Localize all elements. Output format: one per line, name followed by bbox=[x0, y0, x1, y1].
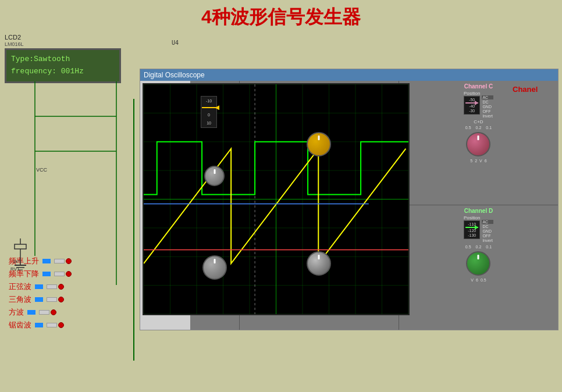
btn-label-5: 锯齿波 bbox=[9, 320, 31, 330]
chc-position: Position -50 -40 -30 bbox=[464, 91, 480, 115]
lcd-label1: LCD2 bbox=[5, 34, 121, 41]
chd-pos-label: Position bbox=[464, 215, 480, 220]
horizontal-knob[interactable] bbox=[202, 255, 227, 280]
lcd-line1: Type:Sawtooth bbox=[11, 54, 115, 66]
chc-pos-label: Position bbox=[464, 91, 480, 96]
btn-row-4[interactable]: 方波 bbox=[9, 307, 72, 318]
chc-range-bot: 52V6 bbox=[470, 159, 486, 163]
chd-ac[interactable]: AC bbox=[482, 220, 493, 224]
btn-red-5[interactable] bbox=[58, 322, 64, 328]
channel-c-controls: Position -50 -40 -30 AC bbox=[464, 91, 493, 118]
ic-u4-label: U4 bbox=[172, 40, 179, 46]
chc-inv[interactable]: Invert bbox=[482, 114, 493, 118]
btn-indicator-2 bbox=[35, 284, 43, 289]
channel-d-label: Channel D bbox=[464, 208, 493, 214]
circuit-svg: VCC 1k* RV1 bbox=[0, 81, 140, 384]
btn-red-2[interactable] bbox=[58, 284, 64, 290]
btn-indicator-5 bbox=[35, 323, 43, 327]
chd-range-bot: V60.5 bbox=[471, 278, 486, 282]
osc-canvas bbox=[143, 83, 410, 315]
chd-range-top: 0.50.20.1 bbox=[465, 245, 492, 249]
svg-rect-6 bbox=[15, 244, 26, 249]
btn-red-0[interactable] bbox=[66, 258, 72, 264]
btn-indicator-0 bbox=[42, 259, 51, 263]
chd-gnd[interactable]: GND bbox=[482, 229, 493, 233]
chc-off[interactable]: OFF bbox=[482, 109, 493, 113]
btn-comp-2 bbox=[47, 284, 64, 290]
btn-comp-0 bbox=[54, 258, 72, 264]
btn-indicator-4 bbox=[27, 310, 35, 315]
chd-coupling: AC DC GND OFF Invert bbox=[482, 215, 493, 243]
channel-c-section: Channel C Position -50 -40 -30 bbox=[399, 81, 558, 205]
btn-row-3[interactable]: 三角波 bbox=[9, 294, 72, 305]
btn-red-1[interactable] bbox=[66, 271, 72, 277]
chc-gnd[interactable]: GND bbox=[482, 105, 493, 109]
osc-title: Digital Oscilloscope bbox=[144, 71, 205, 79]
channel-d-section: Channel D Position -110 -120 -130 bbox=[399, 205, 558, 330]
chd-pos-display: -110 -120 -130 bbox=[464, 220, 480, 239]
chc-ac[interactable]: AC bbox=[482, 95, 493, 99]
btn-label-4: 方波 bbox=[9, 307, 24, 318]
btn-comp-4 bbox=[39, 309, 56, 315]
lcd-panel: LCD2 LM016L Type:Sawtooth frequency: 001… bbox=[5, 34, 121, 83]
btn-row-1[interactable]: 频率下降 bbox=[9, 269, 72, 279]
btn-comp-1 bbox=[54, 271, 72, 277]
btn-row-0[interactable]: 频率上升 bbox=[9, 256, 72, 266]
btn-row-5[interactable]: 锯齿波 bbox=[9, 320, 72, 330]
btn-indicator-3 bbox=[35, 297, 43, 302]
chc-cd-label: C+D bbox=[474, 119, 483, 124]
osc-screen-container: ◄ ► bbox=[143, 83, 188, 327]
osc-body: ◄ ► Trigger Level -10 bbox=[140, 81, 558, 330]
chc-pos-display: -50 -40 -30 bbox=[464, 96, 480, 115]
btn-red-4[interactable] bbox=[51, 309, 56, 315]
oscilloscope-panel: Digital Oscilloscope ◄ ► Trigger bbox=[140, 69, 559, 330]
channel-c-knob[interactable] bbox=[466, 132, 490, 156]
chd-inv[interactable]: Invert bbox=[482, 238, 493, 243]
chc-range-top: 0.50.20.1 bbox=[465, 126, 492, 130]
channel-d-knob[interactable] bbox=[466, 251, 490, 276]
btn-label-0: 频率上升 bbox=[9, 256, 39, 266]
svg-text:VCC: VCC bbox=[36, 167, 48, 173]
channel-c-label: Channel C bbox=[464, 83, 493, 90]
btn-comp-5 bbox=[47, 322, 64, 328]
chd-position: Position -110 -120 -130 bbox=[464, 215, 480, 239]
level-display: -10 0 10 bbox=[201, 96, 217, 128]
btn-red-3[interactable] bbox=[58, 297, 64, 302]
chd-dc[interactable]: DC bbox=[482, 224, 493, 229]
button-labels-panel: 频率上升 频率下降 正弦波 三角波 方波 bbox=[9, 256, 72, 330]
level-col: Level -10 0 10 bbox=[201, 91, 217, 128]
page-title: 4种波形信号发生器 bbox=[0, 0, 562, 33]
chc-dc[interactable]: DC bbox=[482, 100, 493, 104]
btn-row-2[interactable]: 正弦波 bbox=[9, 281, 72, 292]
btn-comp-3 bbox=[47, 297, 64, 302]
channel-d-controls: Position -110 -120 -130 AC bbox=[464, 215, 493, 243]
osc-titlebar: Digital Oscilloscope bbox=[140, 69, 558, 81]
chanel-label: Chanel bbox=[513, 85, 538, 94]
lcd-label2: LM016L bbox=[5, 41, 121, 47]
btn-indicator-1 bbox=[42, 272, 51, 276]
btn-label-2: 正弦波 bbox=[9, 281, 31, 292]
btn-label-3: 三角波 bbox=[9, 294, 31, 305]
chd-off[interactable]: OFF bbox=[482, 234, 493, 238]
btn-label-1: 频率下降 bbox=[9, 269, 39, 279]
chc-coupling: AC DC GND OFF Invert bbox=[482, 91, 493, 118]
lcd-line2: frequency: 001Hz bbox=[11, 66, 115, 78]
lcd-screen: Type:Sawtooth frequency: 001Hz bbox=[5, 48, 121, 83]
